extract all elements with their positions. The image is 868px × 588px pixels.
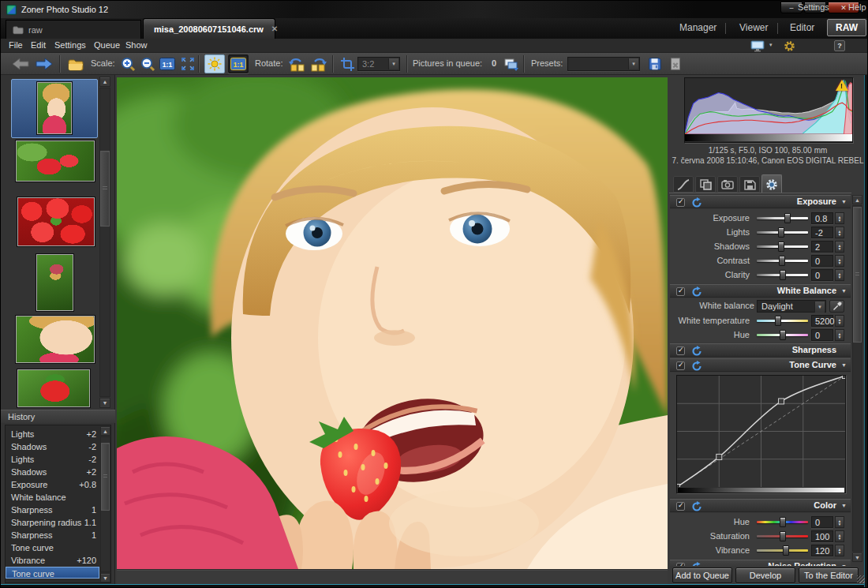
display-mode-icon[interactable] — [750, 40, 766, 52]
tone-curve-enabled-checkbox[interactable] — [676, 361, 685, 370]
slider-handle[interactable] — [780, 330, 786, 340]
noise-reduction-panel-header[interactable]: Noise Reduction ▼ — [670, 560, 851, 566]
slider-handle[interactable] — [779, 256, 785, 266]
collapse-arrow-icon[interactable]: ▼ — [841, 564, 847, 566]
history-item[interactable]: Sharpening radius1.1 — [6, 516, 99, 529]
help-menu-item[interactable]: Help — [848, 2, 866, 12]
reset-icon[interactable] — [691, 361, 702, 372]
zoom-100-button[interactable]: 1:1 — [157, 54, 178, 73]
saturation-value[interactable]: 100 — [811, 530, 833, 542]
crop-aspect-select[interactable]: 3:2 ▾ — [357, 57, 400, 71]
white-temperature-value[interactable]: 5200 — [811, 315, 833, 327]
exposure-enabled-checkbox[interactable] — [676, 198, 685, 207]
color-enabled-checkbox[interactable] — [676, 502, 685, 511]
display-mode-dropdown-arrow[interactable]: ▾ — [769, 42, 773, 48]
reset-icon[interactable] — [691, 197, 702, 208]
slider-handle[interactable] — [784, 213, 791, 223]
spinner[interactable]: ▲▼ — [835, 269, 844, 281]
tab-close-icon[interactable]: ✕ — [271, 24, 278, 33]
history-item[interactable]: Shadows-2 — [6, 440, 99, 453]
exposure-warning-toggle[interactable] — [204, 54, 225, 73]
tab-export[interactable] — [739, 176, 760, 193]
mode-tab-viewer[interactable]: Viewer — [739, 22, 768, 33]
spinner[interactable]: ▲▼ — [835, 255, 844, 267]
noise-reduction-enabled-checkbox[interactable] — [676, 563, 685, 566]
thumbnail-strawberry-plant[interactable] — [16, 140, 95, 182]
filmstrip-scroll-track[interactable] — [99, 88, 110, 397]
history-item[interactable]: Lights-2 — [6, 453, 99, 466]
reset-icon[interactable] — [691, 562, 702, 566]
collapse-arrow-icon[interactable]: ▼ — [841, 503, 847, 508]
exposure-panel-header[interactable]: Exposure ▼ — [670, 195, 851, 208]
curve-control-point[interactable] — [677, 485, 680, 488]
contrast-slider[interactable] — [757, 260, 808, 262]
slider-handle[interactable] — [780, 270, 786, 280]
history-item[interactable]: Lights+2 — [6, 428, 99, 440]
curve-control-point[interactable] — [843, 376, 846, 379]
history-scroll-down[interactable]: ▼ — [100, 573, 110, 582]
spinner[interactable]: ▲▼ — [835, 329, 844, 341]
back-button[interactable] — [10, 54, 31, 73]
white-balance-panel-header[interactable]: White Balance ▼ — [670, 284, 851, 298]
hue-slider[interactable] — [757, 521, 808, 523]
thumbnail-strawberry-leaf[interactable] — [17, 369, 90, 407]
preview-100-toggle[interactable]: 1:1 — [228, 54, 249, 73]
slider-handle[interactable] — [775, 316, 781, 326]
open-folder-button[interactable] — [65, 54, 86, 73]
forward-button[interactable] — [34, 54, 54, 73]
tab-develop-settings[interactable] — [761, 174, 782, 193]
menu-file[interactable]: File — [9, 40, 23, 50]
exposure-slider[interactable] — [757, 217, 808, 219]
curve-control-point[interactable] — [716, 454, 722, 459]
history-item[interactable]: Sharpness1 — [6, 529, 99, 541]
tab-tone-curve-tool[interactable] — [673, 176, 694, 193]
history-item[interactable]: White balance — [6, 491, 99, 504]
vibrance-slider[interactable] — [757, 549, 808, 552]
delete-preset-button[interactable] — [665, 54, 686, 73]
white-balance-enabled-checkbox[interactable] — [676, 287, 685, 296]
tone-curve-editor[interactable] — [676, 375, 846, 493]
collapse-arrow-icon[interactable]: ▼ — [841, 362, 847, 368]
spinner[interactable]: ▲▼ — [835, 241, 844, 253]
presets-select[interactable]: ▾ — [567, 57, 640, 71]
to-the-editor-button[interactable]: To the Editor — [799, 567, 859, 583]
history-item[interactable]: Tone curve — [6, 541, 99, 554]
vibrance-value[interactable]: 120 — [811, 545, 833, 556]
slider-handle[interactable] — [778, 227, 784, 238]
history-item[interactable]: Sharpness1 — [6, 504, 99, 516]
tab-file[interactable]: misa_20080607151046.crw ✕ — [143, 18, 275, 39]
white-temperature-slider[interactable] — [757, 320, 808, 322]
menu-edit[interactable]: Edit — [31, 40, 46, 50]
panel-scroll-thumb[interactable] — [853, 207, 862, 343]
develop-button[interactable]: Develop — [735, 567, 795, 583]
slider-handle[interactable] — [780, 531, 786, 541]
zoom-in-button[interactable] — [118, 54, 138, 73]
history-scroll-thumb[interactable] — [101, 443, 110, 511]
reset-icon[interactable] — [691, 287, 702, 298]
lights-value[interactable]: -2 — [811, 227, 833, 238]
thumbnail-child-field[interactable] — [36, 254, 73, 311]
tab-raw[interactable]: raw — [6, 20, 141, 39]
mode-tab-editor[interactable]: Editor — [790, 22, 814, 33]
settings-menu-item[interactable]: Settings — [798, 2, 829, 12]
white-balance-select[interactable]: Daylight ▾ — [757, 300, 826, 313]
panel-scroll-down[interactable]: ▼ — [852, 552, 862, 562]
tone-curve-panel-header[interactable]: Tone Curve ▼ — [670, 358, 851, 372]
mode-tab-manager[interactable]: Manager — [679, 22, 716, 33]
crop-button[interactable] — [337, 54, 357, 73]
color-panel-header[interactable]: Color ▼ — [670, 499, 851, 512]
fit-to-screen-button[interactable] — [178, 54, 198, 73]
resize-grip[interactable] — [857, 575, 865, 583]
menu-settings[interactable]: Settings — [54, 40, 86, 50]
spinner[interactable]: ▲▼ — [835, 516, 844, 528]
add-to-queue-button[interactable]: Add to Queue — [672, 567, 732, 583]
spinner[interactable]: ▲▼ — [835, 227, 844, 238]
wb-hue-value[interactable]: 0 — [811, 329, 833, 341]
filmstrip-scroll-thumb[interactable] — [100, 151, 110, 227]
lights-slider[interactable] — [757, 231, 808, 234]
slider-handle[interactable] — [780, 517, 786, 527]
zoom-out-button[interactable] — [137, 54, 158, 73]
collapse-arrow-icon[interactable]: ▼ — [841, 288, 847, 294]
sharpness-panel-header[interactable]: Sharpness — [670, 343, 851, 357]
filmstrip-scroll-down[interactable]: ▼ — [99, 398, 110, 408]
